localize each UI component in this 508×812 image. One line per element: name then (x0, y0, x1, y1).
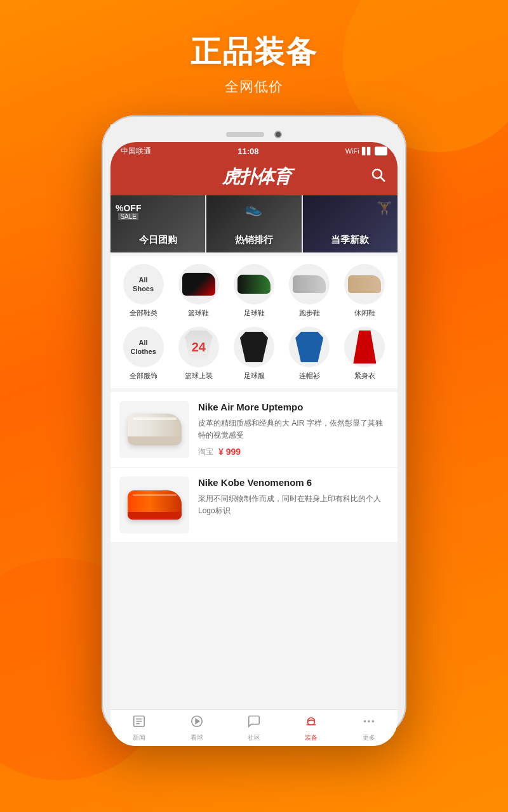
category-all-shoes[interactable]: AllShoes 全部鞋类 (116, 264, 171, 318)
phone-frame: 中国联通 11:08 WiFi ▋▋ 51 虎扑体育 (102, 115, 406, 737)
category-soccer-shoe[interactable]: 足球鞋 (226, 264, 281, 318)
banner-item-new[interactable]: 🏋️ 当季新款 (303, 195, 398, 252)
running-shoe-icon (293, 275, 326, 293)
banner-section: %OFF SALE 今日团购 👟 热销排行 🏋️ 当季新款 (110, 195, 398, 252)
all-shoes-name: 全部鞋类 (130, 308, 157, 318)
nav-label-watch: 看球 (190, 733, 203, 742)
product-item[interactable]: Nike Air More Uptempo 皮革的精细质感和经典的大 AIR 字… (110, 392, 398, 468)
soccer-shoe-circle (234, 264, 274, 304)
category-section: AllShoes 全部鞋类 篮球鞋 (110, 256, 398, 388)
camera-dot (274, 131, 282, 138)
category-basketball-top[interactable]: 24 篮球上装 (171, 327, 226, 381)
status-bar: 中国联通 11:08 WiFi ▋▋ 51 (110, 142, 398, 160)
category-running-shoe[interactable]: 跑步鞋 (282, 264, 337, 318)
casual-shoe-name: 休闲鞋 (354, 308, 375, 318)
watch-icon (190, 714, 204, 731)
basketball-shoe-icon (182, 273, 215, 296)
product-image-uptempo (119, 401, 189, 458)
basketball-shoe-name: 篮球鞋 (188, 308, 209, 318)
status-carrier: 中国联通 (121, 146, 151, 157)
app-header: 虎扑体育 (110, 160, 398, 195)
nav-label-news: 新闻 (133, 733, 145, 742)
banner-item-daily-deal[interactable]: %OFF SALE 今日团购 (110, 195, 205, 252)
bottom-nav: 新闻 看球 (110, 709, 398, 746)
product-item[interactable]: Nike Kobe Venomenom 6 采用不同织物制作而成，同时在鞋身上印… (110, 468, 398, 543)
category-soccer-jersey[interactable]: 足球服 (226, 327, 281, 381)
product-desc-uptempo: 皮革的精细质感和经典的大 AIR 字样，依然彰显了其独特的视觉感受 (198, 417, 389, 442)
category-hoodie[interactable]: 连帽衫 (282, 327, 337, 381)
svg-point-12 (371, 720, 374, 723)
banner-label-new: 当季新款 (331, 234, 369, 246)
speaker-slot (226, 132, 264, 137)
all-clothes-label: AllClothes (130, 338, 156, 357)
product-source-row-uptempo: 淘宝 ¥ 999 (198, 447, 389, 457)
banner-item-bestseller[interactable]: 👟 热销排行 (206, 195, 301, 252)
hoodie-circle (289, 327, 330, 367)
nav-item-gear[interactable]: 装备 (283, 710, 340, 746)
casual-shoe-circle (344, 264, 385, 304)
app-logo: 虎扑体育 (222, 165, 291, 189)
basketball-shoe-circle (178, 264, 219, 304)
soccer-shoe-name: 足球鞋 (244, 308, 265, 318)
all-shoes-circle: AllShoes (123, 264, 164, 304)
product-section: Nike Air More Uptempo 皮革的精细质感和经典的大 AIR 字… (110, 392, 398, 543)
product-source-uptempo: 淘宝 (198, 447, 213, 457)
shoe-category-row: AllShoes 全部鞋类 篮球鞋 (116, 264, 392, 318)
clothes-category-row: AllClothes 全部服饰 24 (116, 327, 392, 381)
all-clothes-name: 全部服饰 (130, 371, 157, 381)
product-name-kobe: Nike Kobe Venomenom 6 (198, 476, 389, 489)
status-icons: WiFi ▋▋ 51 (345, 147, 387, 155)
hero-subtitle: 全网低价 (225, 77, 283, 96)
search-button[interactable] (371, 167, 386, 187)
banner-label-bestseller: 热销排行 (235, 234, 273, 246)
status-time: 11:08 (237, 147, 258, 156)
category-all-clothes[interactable]: AllClothes 全部服饰 (116, 327, 171, 381)
hero-title: 正品装备 (190, 32, 318, 72)
soccer-jersey-icon (240, 332, 268, 362)
hoodie-name: 连帽衫 (299, 371, 320, 381)
svg-point-8 (308, 720, 315, 724)
category-compression[interactable]: 紧身衣 (337, 327, 392, 381)
news-icon (132, 714, 146, 731)
community-icon (247, 714, 261, 731)
soccer-jersey-circle (234, 327, 274, 367)
gear-icon (304, 714, 318, 731)
svg-line-1 (380, 177, 385, 181)
running-shoe-circle (289, 264, 330, 304)
content-area: %OFF SALE 今日团购 👟 热销排行 🏋️ 当季新款 (110, 195, 398, 709)
all-clothes-circle: AllClothes (123, 327, 164, 367)
wifi-icon: WiFi (345, 147, 359, 155)
product-image-kobe (119, 476, 189, 534)
category-basketball-shoe[interactable]: 篮球鞋 (171, 264, 226, 318)
hoodie-icon (295, 332, 323, 362)
nav-item-more[interactable]: 更多 (340, 710, 398, 746)
product-desc-kobe: 采用不同织物制作而成，同时在鞋身上印有科比的个人Logo标识 (198, 493, 389, 517)
basketball-top-circle: 24 (178, 327, 219, 367)
product-info-uptempo: Nike Air More Uptempo 皮革的精细质感和经典的大 AIR 字… (198, 401, 389, 457)
product-name-uptempo: Nike Air More Uptempo (198, 401, 389, 414)
soccer-shoe-icon (237, 275, 271, 294)
compression-circle (344, 327, 385, 367)
svg-point-0 (373, 169, 382, 178)
nav-item-watch[interactable]: 看球 (168, 710, 225, 746)
svg-point-10 (364, 720, 366, 723)
nav-item-community[interactable]: 社区 (225, 710, 283, 746)
category-casual-shoe[interactable]: 休闲鞋 (337, 264, 392, 318)
compression-name: 紧身衣 (354, 371, 375, 381)
basketball-top-name: 篮球上装 (185, 371, 213, 381)
signal-icon: ▋▋ (362, 147, 372, 155)
nav-label-community: 社区 (248, 733, 260, 742)
running-shoe-name: 跑步鞋 (299, 308, 320, 318)
all-shoes-label: AllShoes (133, 275, 154, 294)
soccer-jersey-name: 足球服 (244, 371, 265, 381)
product-info-kobe: Nike Kobe Venomenom 6 采用不同织物制作而成，同时在鞋身上印… (198, 476, 389, 522)
nav-label-more: 更多 (363, 733, 375, 742)
phone-notch (110, 124, 398, 142)
banner-label-daily: 今日团购 (139, 234, 177, 246)
compression-icon (353, 331, 376, 363)
more-icon (362, 714, 376, 731)
battery-indicator: 51 (375, 147, 387, 155)
product-price-uptempo: ¥ 999 (218, 447, 241, 457)
casual-shoe-icon (348, 275, 381, 293)
nav-label-gear: 装备 (305, 733, 318, 742)
